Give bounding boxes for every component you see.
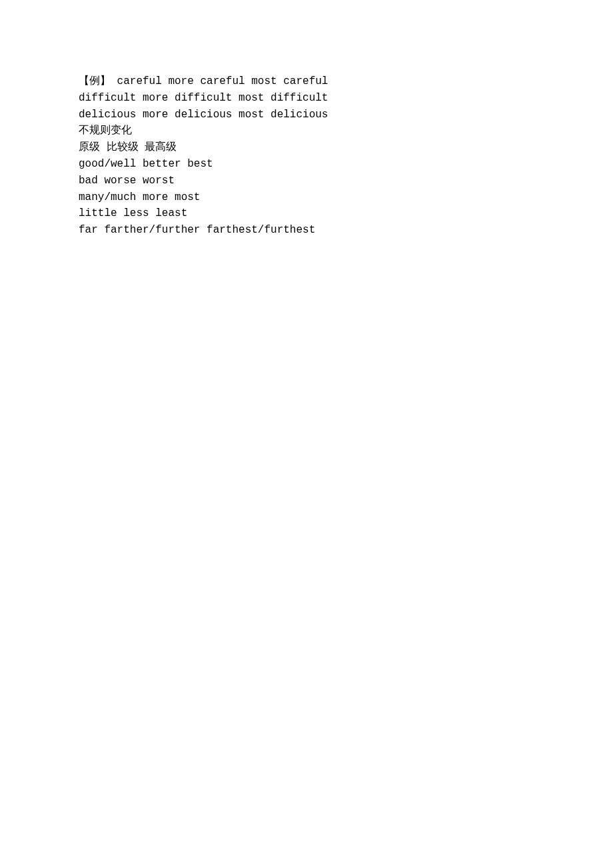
text-line: bad worse worst bbox=[79, 173, 534, 189]
text-line: far farther/further farthest/furthest bbox=[79, 222, 534, 239]
text-line: good/well better best bbox=[79, 156, 534, 173]
text-line: 不规则变化 bbox=[79, 123, 534, 139]
text-line: difficult more difficult most difficult bbox=[79, 90, 534, 107]
text-line: 原级 比较级 最高级 bbox=[79, 139, 534, 156]
text-line: many/much more most bbox=[79, 189, 534, 206]
document-page: 【例】 careful more careful most careful di… bbox=[0, 0, 613, 239]
text-line: delicious more delicious most delicious bbox=[79, 107, 534, 123]
text-line: little less least bbox=[79, 205, 534, 222]
text-line: 【例】 careful more careful most careful bbox=[79, 73, 534, 90]
